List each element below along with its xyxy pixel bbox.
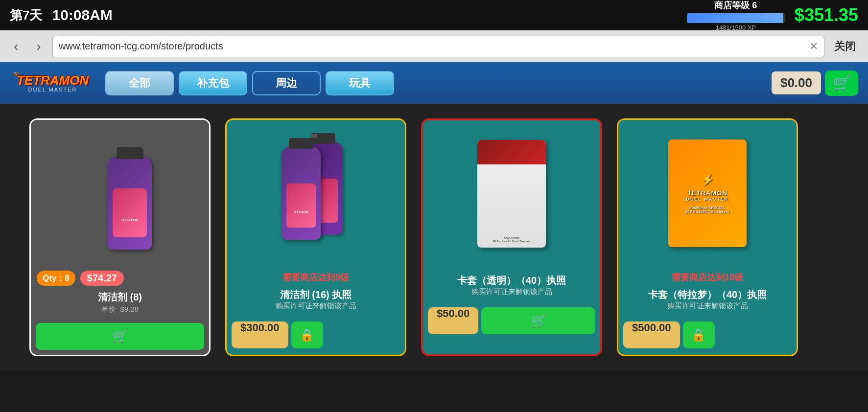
sleeve-img-3: 65x90mm 60 Perfect Fit Card Sleeves <box>477 140 546 248</box>
lock-button-2[interactable]: 🔒 <box>291 321 323 348</box>
product-image-area-3: 65x90mm 60 Perfect Fit Card Sleeves <box>423 120 600 267</box>
product-footer-4: $500.00 🔒 <box>618 317 797 353</box>
product-name-2: 清洁剂 (16) 执照 <box>233 288 399 301</box>
buy-button-1[interactable]: 🛒 <box>36 323 204 350</box>
product-price-2: $300.00 <box>232 321 288 348</box>
product-unit-price-1: 单价 $9.28 <box>37 305 203 314</box>
day-label: 第7天 <box>10 7 42 24</box>
locked-label-2: 需要商店达到9级 <box>227 267 405 285</box>
xp-label: 1481/1500 XP <box>687 24 785 31</box>
xp-bar-fill <box>687 13 783 23</box>
product-image-area-2: STORM <box>227 120 405 267</box>
store-header: 🦇 TETRAMON DUEL MASTER 全部 补充包 周边 玩具 $0.0… <box>0 62 868 104</box>
product-info-1: 清洁剂 (8) 单价 $9.28 <box>31 288 209 318</box>
top-bar-left: 第7天 10:08AM <box>10 7 113 24</box>
url-bar: ‹ › www.tetramon-tcg.com/store/products … <box>0 30 868 62</box>
cart-price: $0.00 <box>772 71 821 94</box>
product-info-4: 卡套（特拉梦）（40）执照 购买许可证来解锁该产品 <box>618 285 797 317</box>
product-badge-area-1: Qty：8 $74.27 <box>31 267 209 288</box>
product-footer-2: $300.00 🔒 <box>227 317 405 353</box>
category-all-button[interactable]: 全部 <box>105 71 174 95</box>
product-name-4: 卡套（特拉梦）（40）执照 <box>624 288 791 301</box>
two-sprays-2: STORM <box>277 135 355 252</box>
cart-area: $0.00 🛒 <box>772 70 858 96</box>
locked-sub-2: 购买许可证来解锁该产品 <box>233 301 399 313</box>
store-nav-buttons: 全部 补充包 周边 玩具 <box>105 71 762 95</box>
money-display: $351.35 <box>795 5 858 25</box>
locked-sub-3: 购买许可证来解锁该产品 <box>429 287 594 298</box>
url-clear-button[interactable]: ✕ <box>809 40 818 53</box>
time-label: 10:08AM <box>52 7 112 23</box>
store-logo: 🦇 TETRAMON DUEL MASTER <box>10 65 95 101</box>
product-card-1: STORM Qty：8 $74.27 清洁剂 (8) 单价 $9.28 🛒 <box>29 118 211 356</box>
product-name-3: 卡套（透明）（40）执照 <box>429 274 594 287</box>
product-info-3: 卡套（透明）（40）执照 购买许可证来解锁该产品 <box>423 271 600 302</box>
product-price-3: $50.00 <box>428 307 478 334</box>
url-input-wrap: www.tetramon-tcg.com/store/products ✕ <box>52 36 824 57</box>
url-text: www.tetramon-tcg.com/store/products <box>59 41 809 52</box>
product-image-area-1: STORM <box>31 120 209 267</box>
top-bar-right: 商店等级 6 1481/1500 XP $351.35 <box>687 0 858 31</box>
cart-button[interactable]: 🛒 <box>825 70 858 96</box>
back-button[interactable]: ‹ <box>7 38 25 55</box>
product-card-4: ⚡ TETRAMON DUEL MASTER 65x90mm SPECIAL 6… <box>617 118 798 356</box>
tetramon-box-4: ⚡ TETRAMON DUEL MASTER 65x90mm SPECIAL 6… <box>668 139 747 247</box>
product-price-4: $500.00 <box>623 321 680 348</box>
sleeve-top-3 <box>477 140 546 164</box>
logo-main-text: TETRAMON <box>17 74 89 87</box>
product-footer-3: $50.00 🛒 <box>423 302 600 339</box>
products-area: STORM Qty：8 $74.27 清洁剂 (8) 单价 $9.28 🛒 <box>0 104 868 371</box>
locked-label-4: 需要商店达到10级 <box>618 267 797 285</box>
product-info-2: 清洁剂 (16) 执照 购买许可证来解锁该产品 <box>227 285 405 317</box>
day-time: 第7天 10:08AM <box>10 7 113 24</box>
locked-sub-4: 购买许可证来解锁该产品 <box>624 301 791 313</box>
close-button[interactable]: 关闭 <box>829 39 861 54</box>
category-booster-button[interactable]: 补充包 <box>179 71 247 95</box>
top-bar: 第7天 10:08AM 商店等级 6 1481/1500 XP $351.35 <box>0 0 868 30</box>
product-name-1: 清洁剂 (8) <box>37 291 203 304</box>
product-card-2: STORM 需要商店达到9级 清洁剂 (16) 执照 购买许可证来解锁该产品 $… <box>225 118 406 356</box>
locked-label-3 <box>423 267 600 271</box>
buy-button-3[interactable]: 🛒 <box>481 307 595 334</box>
product-image-area-4: ⚡ TETRAMON DUEL MASTER 65x90mm SPECIAL 6… <box>618 120 797 267</box>
forward-button[interactable]: › <box>30 38 47 55</box>
lock-button-4[interactable]: 🔒 <box>683 321 715 348</box>
price-tag-1: $74.27 <box>80 271 124 286</box>
xp-bar-container <box>687 13 785 23</box>
qty-badge-1: Qty：8 <box>37 271 75 286</box>
spray-can-1: STORM <box>108 157 152 250</box>
shop-level-text: 商店等级 6 <box>687 0 785 11</box>
product-card-3: 65x90mm 60 Perfect Fit Card Sleeves 卡套（透… <box>421 118 602 356</box>
category-merch-button[interactable]: 周边 <box>252 71 321 95</box>
shop-level-block: 商店等级 6 1481/1500 XP <box>687 0 785 31</box>
category-toys-button[interactable]: 玩具 <box>326 71 394 95</box>
product-footer-1: 🛒 <box>31 318 209 355</box>
